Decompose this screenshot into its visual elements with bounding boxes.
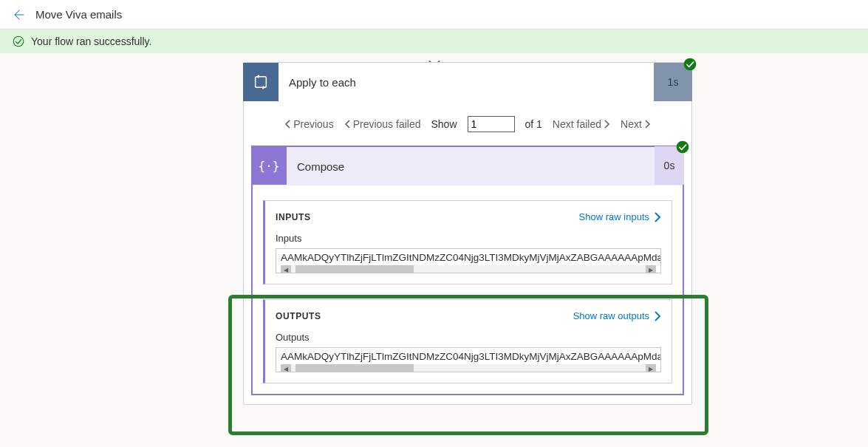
chevron-right-icon (603, 120, 610, 129)
arrow-left-icon (13, 8, 26, 21)
apply-to-each-header[interactable]: Apply to each 1s (244, 63, 691, 101)
inputs-value-box[interactable]: AAMkADQyYTlhZjFjLTlmZGItNDMzZC04Njg3LTI3… (276, 248, 661, 273)
show-label: Show (431, 118, 457, 130)
chevron-left-icon (344, 120, 352, 129)
show-raw-outputs-label: Show raw outputs (573, 310, 649, 321)
iteration-index-input[interactable] (468, 116, 515, 132)
svg-rect-1 (256, 76, 267, 87)
show-raw-inputs-label: Show raw inputs (579, 211, 649, 222)
prev-failed-label: Previous failed (353, 118, 421, 130)
outputs-value: AAMkADQyYTlhZjFjLTlmZGItNDMzZC04Njg3LTI3… (281, 351, 661, 362)
compose-icon: {·} (251, 146, 287, 185)
scroll-right-icon[interactable]: ▶ (646, 364, 656, 372)
next-failed-label: Next failed (553, 118, 601, 130)
chevron-right-icon (654, 311, 661, 321)
prev-failed-button[interactable]: Previous failed (344, 118, 421, 130)
banner-text: Your flow ran successfully. (31, 35, 151, 47)
check-circle-icon (12, 35, 25, 48)
iteration-pagination: Previous Previous failed Show of 1 Next … (244, 101, 691, 146)
prev-button[interactable]: Previous (284, 118, 333, 130)
compose-card: {·} Compose 0s INPUTS Show raw inputs In… (251, 146, 684, 395)
success-banner: Your flow ran successfully. (0, 30, 868, 53)
show-raw-inputs-link[interactable]: Show raw inputs (579, 211, 661, 222)
chevron-right-icon (643, 120, 651, 129)
outputs-heading: OUTPUTS (276, 311, 321, 321)
scroll-left-icon[interactable]: ◀ (281, 265, 291, 273)
status-success-badge (683, 57, 697, 74)
horizontal-scrollbar[interactable]: ◀ ▶ (281, 364, 656, 372)
loop-icon (243, 63, 278, 101)
apply-to-each-card: Apply to each 1s Previous Previous faile… (243, 62, 692, 405)
status-success-badge (675, 140, 690, 157)
scroll-thumb[interactable] (295, 364, 414, 372)
chevron-left-icon (284, 120, 292, 129)
scroll-left-icon[interactable]: ◀ (281, 364, 291, 372)
next-button[interactable]: Next (621, 118, 651, 130)
horizontal-scrollbar[interactable]: ◀ ▶ (281, 265, 656, 273)
svg-point-0 (13, 36, 24, 47)
prev-label: Previous (293, 118, 333, 130)
inputs-label: Inputs (276, 233, 661, 244)
scroll-thumb[interactable] (295, 265, 414, 273)
compose-title: Compose (287, 160, 655, 173)
chevron-right-icon (654, 212, 661, 222)
back-button[interactable] (10, 6, 28, 24)
inputs-section: INPUTS Show raw inputs Inputs AAMkADQyYT… (263, 200, 672, 284)
outputs-section: OUTPUTS Show raw outputs Outputs AAMkADQ… (263, 299, 672, 383)
scroll-right-icon[interactable]: ▶ (646, 265, 656, 273)
next-failed-button[interactable]: Next failed (553, 118, 610, 130)
page-title: Move Viva emails (35, 8, 122, 21)
outputs-label: Outputs (276, 332, 661, 343)
svg-point-2 (684, 58, 697, 71)
top-bar: Move Viva emails (0, 0, 868, 30)
of-label: of 1 (525, 118, 542, 130)
workspace: Apply to each 1s Previous Previous faile… (0, 53, 868, 447)
inputs-value: AAMkADQyYTlhZjFjLTlmZGItNDMzZC04Njg3LTI3… (281, 252, 661, 263)
next-label: Next (621, 118, 642, 130)
inputs-heading: INPUTS (276, 212, 311, 222)
outputs-value-box[interactable]: AAMkADQyYTlhZjFjLTlmZGItNDMzZC04Njg3LTI3… (276, 347, 661, 372)
apply-to-each-title: Apply to each (278, 76, 654, 89)
compose-header[interactable]: {·} Compose 0s (253, 147, 683, 185)
show-raw-outputs-link[interactable]: Show raw outputs (573, 310, 661, 321)
svg-point-3 (677, 141, 689, 154)
